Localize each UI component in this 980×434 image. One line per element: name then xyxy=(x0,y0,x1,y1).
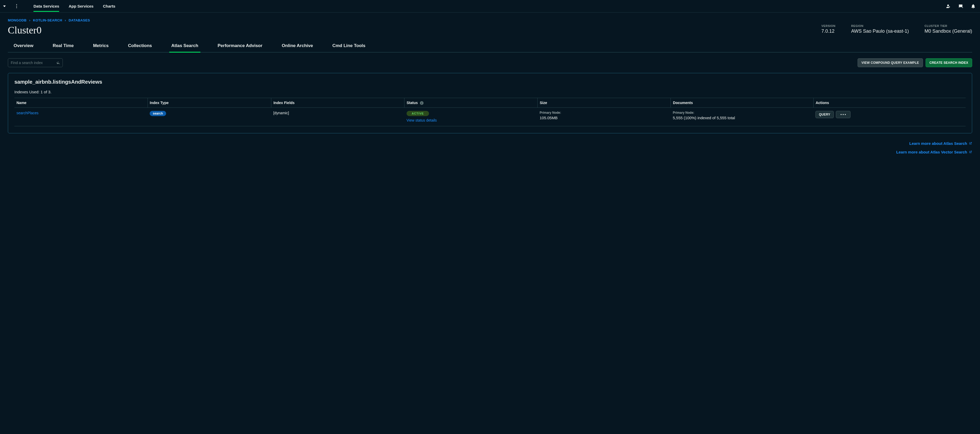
th-name: Name xyxy=(14,98,148,108)
tab-data-services[interactable]: Data Services xyxy=(33,1,59,11)
support-icon[interactable] xyxy=(958,4,963,9)
top-nav-left: Data Services App Services Charts xyxy=(0,1,115,11)
view-compound-query-button[interactable]: VIEW COMPOUND QUERY EXAMPLE xyxy=(858,58,923,67)
meta-version-value: 7.0.12 xyxy=(821,29,835,34)
th-status: Status i xyxy=(404,98,538,108)
footer-links: Learn more about Atlas Search Learn more… xyxy=(8,141,972,154)
docs-label: Primary Node: xyxy=(673,111,811,114)
status-badge: ACTIVE xyxy=(407,111,429,116)
search-index-input[interactable] xyxy=(8,58,63,67)
subtab-perf-advisor[interactable]: Performance Advisor xyxy=(218,43,262,52)
search-icon xyxy=(57,61,60,65)
cluster-header: Cluster0 VERSION 7.0.12 REGION AWS Sao P… xyxy=(8,24,972,36)
meta-tier: CLUSTER TIER M0 Sandbox (General) xyxy=(924,24,972,34)
subtab-cmd-line[interactable]: Cmd Line Tools xyxy=(332,43,365,52)
page-body: MONGODB › KOTLIN-SEARCH › DATABASES Clus… xyxy=(0,13,980,165)
actions-row: VIEW COMPOUND QUERY EXAMPLE CREATE SEARC… xyxy=(8,58,972,67)
breadcrumb-sep: › xyxy=(29,18,30,22)
meta-region-value: AWS Sao Paulo (sa-east-1) xyxy=(851,29,908,34)
row-actions: QUERY xyxy=(815,111,964,118)
subtab-metrics[interactable]: Metrics xyxy=(93,43,109,52)
top-nav-right xyxy=(945,4,976,9)
index-type-badge: search xyxy=(150,111,166,116)
learn-atlas-search-link[interactable]: Learn more about Atlas Search xyxy=(909,141,972,146)
caret-down-icon xyxy=(3,5,6,7)
subtab-realtime[interactable]: Real Time xyxy=(53,43,74,52)
bell-icon[interactable] xyxy=(970,4,976,9)
table-row: searchPlaces search [dynamic] ACTIVE Vie… xyxy=(14,108,966,126)
subtab-overview[interactable]: Overview xyxy=(14,43,33,52)
docs-value: 5,555 (100%) indexed of 5,555 total xyxy=(673,115,811,121)
th-actions: Actions xyxy=(813,98,966,108)
th-index-fields: Index Fields xyxy=(271,98,404,108)
cluster-title: Cluster0 xyxy=(8,24,41,36)
top-nav-tabs: Data Services App Services Charts xyxy=(33,1,115,11)
size-label: Primary Node: xyxy=(540,111,669,114)
breadcrumb-databases[interactable]: DATABASES xyxy=(68,18,90,22)
meta-tier-label: CLUSTER TIER xyxy=(924,24,972,27)
breadcrumb-sep: › xyxy=(65,18,66,22)
indexes-used: Indexes Used: 1 of 3. xyxy=(14,90,966,94)
info-icon[interactable]: i xyxy=(420,101,423,105)
subtab-collections[interactable]: Collections xyxy=(128,43,152,52)
meta-version-label: VERSION xyxy=(821,24,835,27)
index-fields-value: [dynamic] xyxy=(274,111,289,115)
breadcrumb: MONGODB › KOTLIN-SEARCH › DATABASES xyxy=(8,18,972,22)
breadcrumb-mongodb[interactable]: MONGODB xyxy=(8,18,26,22)
view-status-details-link[interactable]: View status details xyxy=(407,118,437,122)
th-size: Size xyxy=(538,98,671,108)
top-nav: Data Services App Services Charts xyxy=(0,0,980,13)
subtab-atlas-search[interactable]: Atlas Search xyxy=(171,43,198,52)
meta-region-label: REGION xyxy=(851,24,908,27)
tab-charts[interactable]: Charts xyxy=(103,1,115,11)
cluster-subtabs: Overview Real Time Metrics Collections A… xyxy=(8,43,972,52)
cluster-meta: VERSION 7.0.12 REGION AWS Sao Paulo (sa-… xyxy=(821,24,972,34)
invite-user-icon[interactable] xyxy=(945,4,951,9)
panel-title: sample_airbnb.listingsAndReviews xyxy=(14,79,966,85)
tab-app-services[interactable]: App Services xyxy=(68,1,93,11)
size-value: 105.05MB xyxy=(540,115,669,121)
breadcrumb-project[interactable]: KOTLIN-SEARCH xyxy=(33,18,62,22)
th-index-type: Index Type xyxy=(148,98,271,108)
external-link-icon xyxy=(969,142,972,145)
index-table: Name Index Type Index Fields Status i Si… xyxy=(14,98,966,126)
meta-tier-value: M0 Sandbox (General) xyxy=(924,29,972,34)
learn-atlas-vector-search-link[interactable]: Learn more about Atlas Vector Search xyxy=(896,150,972,154)
search-input-wrap xyxy=(8,58,63,67)
meta-region: REGION AWS Sao Paulo (sa-east-1) xyxy=(851,24,908,34)
row-more-button[interactable] xyxy=(836,111,851,118)
th-documents: Documents xyxy=(671,98,813,108)
create-search-index-button[interactable]: CREATE SEARCH INDEX xyxy=(926,58,972,67)
query-button[interactable]: QUERY xyxy=(815,111,834,118)
subtab-online-archive[interactable]: Online Archive xyxy=(282,43,313,52)
index-name-link[interactable]: searchPlaces xyxy=(16,111,38,115)
external-link-icon xyxy=(969,150,972,154)
kebab-menu[interactable] xyxy=(14,4,19,9)
meta-version: VERSION 7.0.12 xyxy=(821,24,835,34)
index-panel: sample_airbnb.listingsAndReviews Indexes… xyxy=(8,73,972,133)
org-dropdown-caret[interactable] xyxy=(2,5,7,7)
